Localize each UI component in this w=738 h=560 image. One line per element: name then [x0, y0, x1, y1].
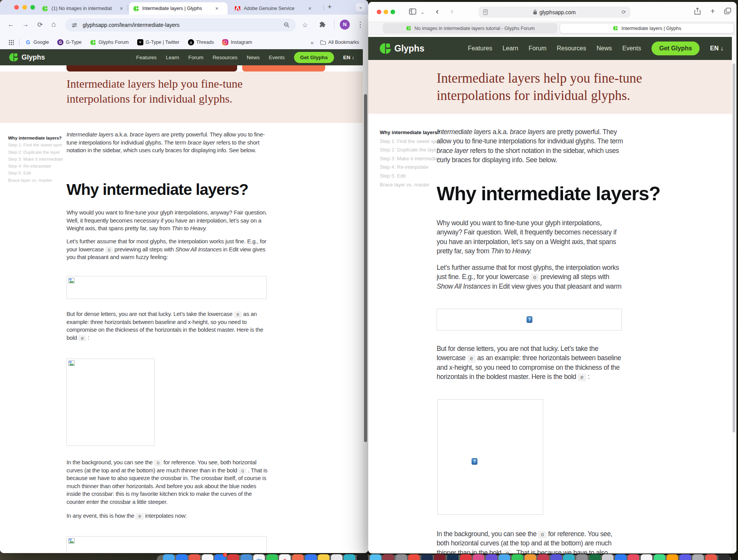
- bookmarks-overflow-icon[interactable]: »: [311, 39, 314, 46]
- zoom-window-button[interactable]: [391, 10, 395, 14]
- dock-app-icon[interactable]: [189, 554, 200, 560]
- minimize-window-button[interactable]: [384, 10, 388, 14]
- scrollbar-thumb[interactable]: [364, 94, 367, 442]
- nav-forum[interactable]: Forum: [188, 55, 203, 60]
- dock-app-icon[interactable]: [460, 554, 472, 560]
- tab-overview-icon[interactable]: [724, 8, 731, 16]
- zoom-window-button[interactable]: [30, 5, 35, 10]
- dock-app-icon[interactable]: [563, 554, 575, 560]
- nav-learn[interactable]: Learn: [502, 45, 518, 52]
- dock-app-icon[interactable]: [434, 554, 445, 560]
- new-tab-button[interactable]: +: [710, 7, 715, 16]
- get-glyphs-button[interactable]: Get Glyphs: [294, 52, 334, 63]
- dock-app-icon[interactable]: [202, 554, 213, 560]
- toc-item-step1[interactable]: Step 1: Find the sweet spot: [380, 138, 442, 147]
- bookmark-star-icon[interactable]: ☆: [302, 21, 308, 29]
- bookmark-instagram[interactable]: Instagram: [222, 39, 252, 45]
- language-selector[interactable]: EN ↓: [343, 55, 354, 60]
- bookmark-twitter[interactable]: ✕ G-Type | Twitter: [137, 39, 180, 45]
- dock-app-icon[interactable]: [344, 554, 355, 560]
- nav-resources[interactable]: Resources: [213, 55, 238, 60]
- dock-app-icon[interactable]: [396, 554, 407, 560]
- sidebar-icon[interactable]: [409, 8, 416, 16]
- minimize-window-button[interactable]: [22, 5, 27, 10]
- dock-app-icon[interactable]: [537, 554, 549, 560]
- hero-cutoff-button-orange[interactable]: [242, 65, 325, 71]
- dock-app-icon[interactable]: [163, 554, 175, 560]
- dock-app-icon[interactable]: 1: [214, 554, 226, 560]
- nav-learn[interactable]: Learn: [166, 55, 180, 60]
- close-icon[interactable]: ×: [308, 5, 311, 12]
- back-icon[interactable]: ←: [8, 21, 14, 28]
- dock-app-icon[interactable]: [473, 554, 484, 560]
- toc-item-why[interactable]: Why intermediate layers?: [380, 130, 442, 138]
- extensions-puzzle-icon[interactable]: [319, 21, 326, 30]
- dock-app-icon[interactable]: sky: [253, 554, 265, 560]
- address-bar[interactable]: glyphsapp.com/learn/intermediate-layers: [65, 18, 296, 32]
- glyphs-logo[interactable]: Glyphs: [380, 43, 424, 54]
- dock-app-icon[interactable]: [318, 554, 329, 560]
- dock-app-icon[interactable]: [667, 554, 678, 560]
- bookmark-google[interactable]: G Google: [25, 39, 49, 45]
- all-bookmarks-folder[interactable]: All Bookmarks: [320, 39, 359, 45]
- dock-app-icon[interactable]: [512, 554, 523, 560]
- toc-item-why[interactable]: Why intermediate layers?: [8, 136, 63, 143]
- nav-news[interactable]: News: [247, 55, 260, 60]
- bookmark-gtype[interactable]: G G-Type: [57, 39, 81, 45]
- toc-item-step4[interactable]: Step 4: Re-interpolate: [380, 164, 442, 173]
- tab-search-chevron-icon[interactable]: ⌄: [356, 3, 365, 12]
- site-settings-icon[interactable]: [71, 22, 77, 28]
- dock-app-icon[interactable]: [680, 554, 691, 560]
- dock-app-icon[interactable]: [576, 554, 588, 560]
- bookmark-threads[interactable]: a Threads: [188, 39, 214, 45]
- nav-features[interactable]: Features: [136, 55, 156, 60]
- dock-app-icon[interactable]: [718, 554, 730, 560]
- dock-app-icon[interactable]: [615, 554, 627, 560]
- dock-app-icon[interactable]: [692, 554, 704, 560]
- page-icon[interactable]: [483, 9, 488, 16]
- toc-item-step2[interactable]: Step 2: Duplicate the layer: [8, 150, 63, 157]
- tab-forum[interactable]: No images in intermediate layers tutoria…: [383, 23, 557, 33]
- dock-app-icon[interactable]: [266, 554, 278, 560]
- reload-icon[interactable]: ⟳: [37, 21, 43, 29]
- forward-icon[interactable]: ›: [450, 7, 453, 17]
- dock-app-icon[interactable]: [589, 554, 601, 560]
- language-selector[interactable]: EN ↓: [710, 45, 723, 52]
- close-window-button[interactable]: [377, 10, 381, 14]
- dock-app-icon[interactable]: N: [279, 554, 291, 560]
- dock-app-icon[interactable]: [628, 554, 639, 560]
- bookmark-glyphs-forum[interactable]: Glyphs Forum: [90, 39, 129, 45]
- dock-app-icon[interactable]: [331, 554, 342, 560]
- dock-app-icon[interactable]: [705, 554, 717, 560]
- forward-icon[interactable]: →: [22, 21, 29, 28]
- toc-item-step4[interactable]: Step 4: Re-interpolate: [8, 164, 63, 171]
- toc-item-step3[interactable]: Step 3: Make it intermediate: [380, 156, 442, 165]
- zoom-out-icon[interactable]: [284, 22, 290, 28]
- sidebar-chevron-icon[interactable]: ⌄: [421, 10, 424, 15]
- toc-item-brace[interactable]: Brace layer vs. master: [380, 182, 442, 191]
- dock-app-icon[interactable]: [382, 554, 394, 560]
- tab-intermediate-layers[interactable]: Intermediate layers | Glyphs ×: [129, 2, 228, 15]
- dock-app-icon[interactable]: [228, 554, 239, 560]
- new-tab-button[interactable]: +: [327, 3, 332, 11]
- toc-item-step5[interactable]: Step 5: Edit: [8, 171, 63, 178]
- dock-app-icon[interactable]: [357, 554, 368, 560]
- tab-adobe-genuine-service[interactable]: Adobe Genuine Service ×: [231, 2, 322, 15]
- close-icon[interactable]: ×: [215, 5, 218, 12]
- glyphs-logo[interactable]: Glyphs: [9, 53, 45, 62]
- nav-news[interactable]: News: [597, 45, 612, 52]
- close-icon[interactable]: ×: [120, 5, 123, 12]
- menu-more-icon[interactable]: ⋮: [357, 20, 364, 29]
- toc-item-step1[interactable]: Step 1: Find the sweet spot: [8, 143, 63, 150]
- toc-item-step5[interactable]: Step 5: Edit: [380, 173, 442, 182]
- scrollbar-thumb[interactable]: [733, 63, 735, 432]
- dock-app-icon[interactable]: [241, 554, 252, 560]
- dock-app-icon[interactable]: [525, 554, 536, 560]
- dock-app-icon[interactable]: [421, 554, 433, 560]
- tab-intermediate-layers[interactable]: Intermediate layers | Glyphs: [560, 23, 734, 33]
- reload-icon[interactable]: ⟳: [622, 9, 626, 15]
- dock-app-icon[interactable]: [292, 554, 304, 560]
- toc-item-step3[interactable]: Step 3: Make it intermediate: [8, 157, 63, 164]
- nav-features[interactable]: Features: [468, 45, 492, 52]
- dock-app-icon[interactable]: [486, 554, 497, 560]
